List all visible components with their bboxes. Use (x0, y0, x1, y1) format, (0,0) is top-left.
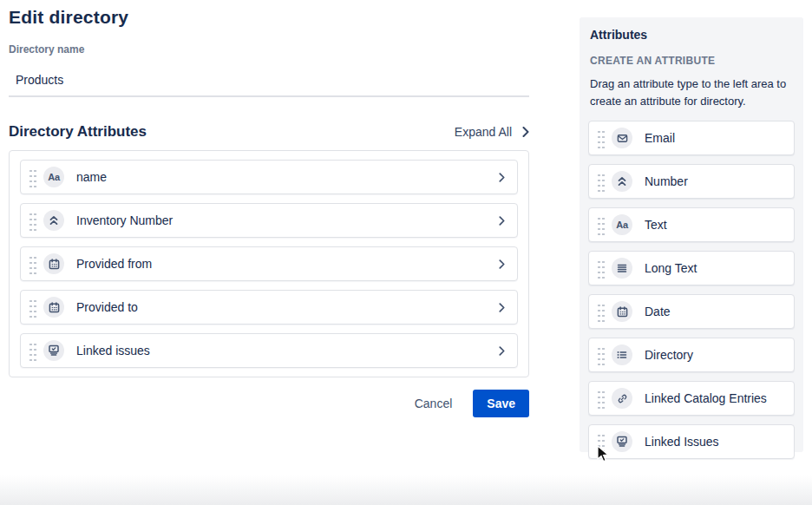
chevron-right-icon[interactable] (499, 216, 505, 226)
drag-handle-icon[interactable] (596, 259, 605, 279)
email-icon (612, 128, 632, 148)
mouse-cursor (597, 445, 611, 468)
attribute-label: name (76, 170, 499, 184)
attribute-type-label: Email (645, 131, 675, 145)
expand-all-button[interactable]: Expand All (455, 125, 529, 139)
drag-handle-icon[interactable] (596, 215, 605, 235)
directory-attributes-header: Directory Attributes Expand All (9, 123, 529, 141)
directory-attributes-list: Aa name Inventory Number (9, 150, 529, 377)
attribute-type-label: Text (645, 218, 667, 232)
attribute-type-list: Email Number Aa Text Long Text (588, 121, 795, 459)
attribute-label: Inventory Number (76, 213, 499, 227)
attribute-type-label: Number (645, 174, 688, 188)
attribute-row-inventory-number[interactable]: Inventory Number (20, 203, 518, 238)
attribute-type-date[interactable]: Date (588, 294, 795, 329)
directory-attributes-title: Directory Attributes (9, 123, 147, 141)
attribute-label: Provided from (76, 257, 499, 271)
save-button[interactable]: Save (473, 390, 529, 417)
create-attribute-heading: CREATE AN ATTRIBUTE (590, 55, 795, 67)
chevron-right-icon[interactable] (499, 303, 505, 312)
attributes-panel: Attributes CREATE AN ATTRIBUTE Drag an a… (580, 17, 803, 452)
attribute-type-label: Linked Catalog Entries (645, 391, 767, 405)
attribute-row-linked-issues[interactable]: Linked issues (20, 333, 518, 368)
attribute-type-number[interactable]: Number (588, 164, 795, 199)
drag-handle-icon[interactable] (28, 211, 36, 231)
drag-handle-icon[interactable] (596, 128, 605, 148)
drag-handle-icon[interactable] (28, 167, 36, 187)
expand-all-label: Expand All (455, 125, 512, 139)
attribute-type-email[interactable]: Email (588, 121, 795, 155)
drag-handle-icon[interactable] (596, 172, 605, 192)
drag-handle-icon[interactable] (596, 345, 605, 365)
calendar-icon (612, 301, 632, 322)
page-title: Edit directory (9, 7, 529, 28)
attributes-panel-title: Attributes (590, 28, 795, 42)
linked-issues-icon (43, 340, 64, 361)
attribute-type-label: Linked Issues (645, 435, 719, 449)
drag-handle-icon[interactable] (28, 298, 36, 318)
attribute-type-long-text[interactable]: Long Text (588, 251, 795, 285)
main-form-area: Edit directory Directory name Directory … (9, 7, 529, 377)
long-text-icon (612, 258, 632, 279)
attribute-row-name[interactable]: Aa name (20, 160, 518, 194)
drag-handle-icon[interactable] (28, 341, 36, 361)
attribute-type-directory[interactable]: Directory (588, 338, 795, 372)
create-attribute-description: Drag an attribute type to the left area … (590, 75, 795, 110)
edit-directory-page: Edit directory Directory name Directory … (0, 0, 812, 505)
drag-handle-icon[interactable] (596, 389, 605, 409)
directory-icon (612, 344, 632, 365)
directory-name-label: Directory name (9, 43, 529, 56)
linked-issues-icon (612, 431, 632, 452)
calendar-icon (43, 253, 64, 274)
attribute-row-provided-to[interactable]: Provided to (20, 290, 518, 325)
attribute-type-linked-catalog-entries[interactable]: Linked Catalog Entries (588, 381, 795, 416)
drag-handle-icon[interactable] (28, 254, 36, 274)
attribute-type-linked-issues[interactable]: Linked Issues (588, 424, 795, 459)
attribute-row-provided-from[interactable]: Provided from (20, 246, 518, 281)
attribute-type-label: Long Text (645, 261, 697, 275)
attribute-label: Provided to (76, 300, 499, 314)
chevron-right-icon[interactable] (499, 173, 505, 182)
chevron-right-icon[interactable] (499, 346, 505, 356)
drag-handle-icon[interactable] (596, 302, 605, 322)
number-icon (612, 171, 632, 192)
footer-fade (0, 475, 812, 505)
attribute-type-label: Directory (645, 348, 693, 362)
text-icon: Aa (43, 167, 64, 187)
attribute-label: Linked issues (76, 344, 499, 357)
form-actions: Cancel Save (9, 390, 529, 417)
cancel-button[interactable]: Cancel (406, 390, 462, 416)
attribute-type-text[interactable]: Aa Text (588, 207, 795, 242)
chevron-right-icon[interactable] (499, 259, 505, 269)
calendar-icon (43, 297, 64, 318)
chevron-right-icon (522, 127, 529, 137)
text-icon: Aa (612, 214, 632, 235)
directory-name-input[interactable] (9, 68, 529, 97)
attribute-type-label: Date (645, 305, 671, 318)
link-icon (612, 388, 632, 409)
number-icon (43, 210, 64, 231)
